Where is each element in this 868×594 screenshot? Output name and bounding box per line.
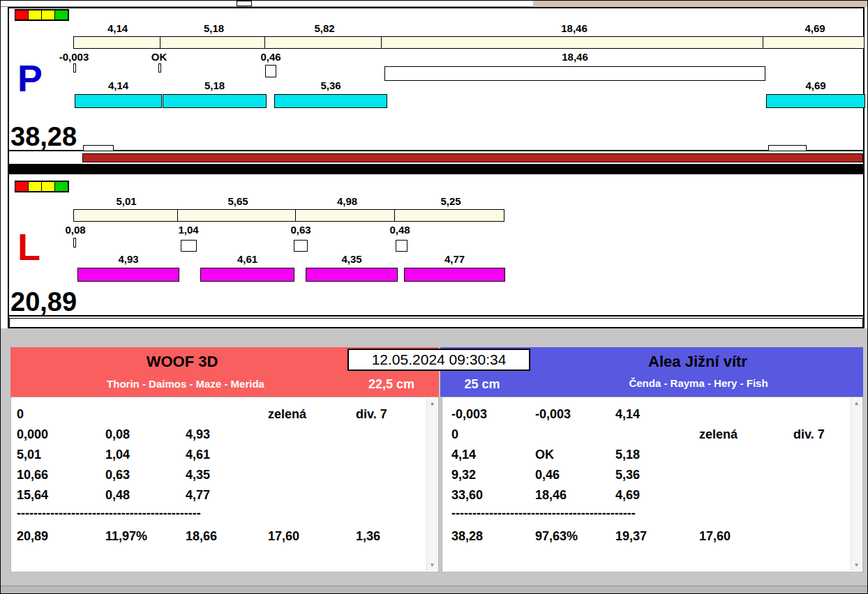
changeover-label: 0,46 <box>247 51 294 63</box>
log-cell: 4,35 <box>186 468 210 482</box>
log-cell: 15,64 <box>17 488 48 503</box>
net-time-label: 4,77 <box>404 253 505 265</box>
team-left-dogs: Thorin - Daimos - Maze - Merida <box>22 378 350 390</box>
datetime-display: 12.05.2024 09:30:34 <box>347 349 530 371</box>
scrollbar-down-icon[interactable]: ▼ <box>427 560 437 571</box>
team-left-jump-height: 22,5 cm <box>353 377 430 392</box>
log-divider-dashes: ----------------------------------------… <box>17 506 201 521</box>
team-right-log[interactable]: -0,003 -0,003 4,14 0 zelená div. 7 4,14 … <box>442 397 863 572</box>
log-cell: div. 7 <box>793 427 825 442</box>
log-cell: 4,14 <box>615 407 640 422</box>
log-cell: 0,000 <box>17 427 48 442</box>
team-left-log[interactable]: 0 zelená div. 7 0,000 0,08 4,93 5,01 1,0… <box>10 397 439 572</box>
log-cell: 20,89 <box>17 529 48 544</box>
lane-l-separator <box>9 315 863 317</box>
changeover-tick <box>73 63 76 73</box>
log-divider-dashes: ----------------------------------------… <box>451 506 636 521</box>
log-cell: 5,36 <box>615 468 640 482</box>
scrollbar-down-icon[interactable]: ▼ <box>851 560 862 571</box>
changeover-label: 1,04 <box>165 224 212 236</box>
log-cell: 9,32 <box>451 468 476 482</box>
split-segment <box>394 209 504 222</box>
changeover-label: 0,08 <box>52 224 99 236</box>
scrollbar[interactable]: ▲ ▼ <box>851 398 862 571</box>
split-segment-bar <box>74 36 865 49</box>
split-segment-bar <box>74 209 504 222</box>
log-cell: 1,36 <box>356 529 380 544</box>
net-time-bar <box>75 94 162 108</box>
split-segment <box>381 36 763 49</box>
split-segment <box>763 36 865 49</box>
progress-marker-box <box>83 145 114 151</box>
panel-divider <box>8 165 865 173</box>
log-cell: 0 <box>451 427 458 442</box>
log-cell: 4,77 <box>186 488 210 503</box>
log-cell: 11,97% <box>105 529 147 544</box>
changeover-label: 0,48 <box>376 224 424 236</box>
split-segment <box>160 36 265 49</box>
changeover-label: 0,63 <box>277 224 324 236</box>
net-time-label: 4,93 <box>77 253 179 265</box>
changeover-box <box>396 240 407 252</box>
log-cell: 5,18 <box>615 448 640 462</box>
log-cell: 38,28 <box>451 529 483 544</box>
start-lights-l <box>15 181 69 192</box>
net-time-label: 4,69 <box>766 79 865 91</box>
titlebar-button[interactable] <box>237 1 252 6</box>
split-time-label: 4,14 <box>74 22 161 34</box>
net-time-bar <box>163 94 267 108</box>
split-segment <box>73 209 178 222</box>
scrollbar[interactable]: ▲ ▼ <box>426 398 437 571</box>
split-time-label: 5,18 <box>161 22 267 34</box>
net-time-label: 5,36 <box>274 79 387 91</box>
lane-p-total-time: 38,28 <box>10 123 77 150</box>
split-time-label: 5,82 <box>266 22 383 34</box>
elapsed-progress-bar <box>82 153 863 162</box>
start-light-red-icon <box>15 10 29 20</box>
log-cell: -0,003 <box>451 407 487 422</box>
log-cell: 4,69 <box>615 488 640 503</box>
net-time-bar <box>404 268 505 282</box>
split-segment <box>295 209 395 222</box>
lane-p-separator <box>9 150 863 151</box>
start-light-green-icon <box>54 181 68 192</box>
split-time-label: 5,01 <box>74 195 179 207</box>
split-segment <box>264 36 382 49</box>
log-cell: 5,01 <box>17 448 41 462</box>
team-left-name: WOOF 3D <box>22 353 343 371</box>
split-time-label: 5,65 <box>179 195 297 207</box>
log-cell: 0,48 <box>105 488 130 503</box>
log-cell: 4,93 <box>186 427 210 442</box>
log-cell: 18,46 <box>535 488 567 503</box>
scrollbar-up-icon[interactable]: ▲ <box>427 398 437 409</box>
lane-l-total-time: 20,89 <box>10 289 77 315</box>
start-light-red-icon <box>15 181 29 192</box>
log-cell: 1,04 <box>105 448 130 462</box>
log-cell: 4,14 <box>451 448 476 462</box>
log-cell: 17,60 <box>268 529 299 544</box>
split-segment <box>177 209 296 222</box>
changeover-box <box>294 240 308 252</box>
log-cell: -0,003 <box>535 407 571 422</box>
team-right-dogs: Čenda - Rayma - Hery - Fish <box>538 377 859 389</box>
log-cell: 0 <box>17 407 24 422</box>
split-time-label: 4,69 <box>765 22 865 34</box>
start-light-yellow2-icon <box>41 10 55 20</box>
start-light-yellow-icon <box>28 181 42 192</box>
split-segment <box>73 36 160 49</box>
titlebar-right-fill <box>533 1 868 7</box>
lane-letter-l: L <box>17 228 40 266</box>
net-time-bar <box>77 268 179 282</box>
log-cell: 17,60 <box>699 529 731 544</box>
flyball-timing-window: 4,14 5,18 5,82 18,46 4,69 -0,003 OK 0,46… <box>0 0 868 594</box>
changeover-label: OK <box>135 51 183 63</box>
lane-letter-p: P <box>17 59 43 97</box>
changeover-tick <box>73 238 76 247</box>
net-time-label: 4,14 <box>75 79 162 91</box>
start-lights-p <box>15 9 69 21</box>
statusbar <box>1 586 868 594</box>
split-time-label: 18,46 <box>383 22 765 34</box>
scrollbar-up-icon[interactable]: ▲ <box>851 398 862 409</box>
log-cell: div. 7 <box>356 407 387 422</box>
log-cell: zelená <box>699 427 738 442</box>
